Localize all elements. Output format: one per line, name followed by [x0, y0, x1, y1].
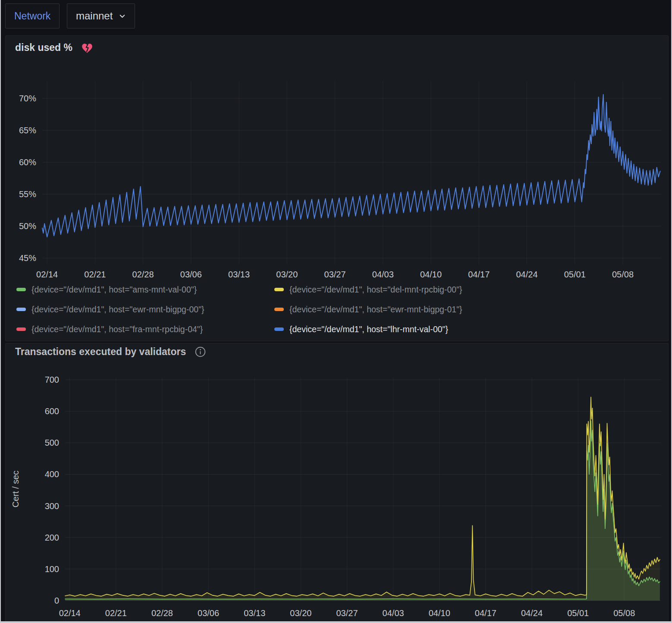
x-axis-tick-label: 04/03 [372, 270, 394, 279]
x-axis-tick-label: 05/01 [567, 608, 589, 618]
y-axis-tick-label: 400 [45, 469, 59, 479]
y-axis-tick-label: 45% [19, 253, 36, 263]
x-axis-tick-label: 03/13 [228, 270, 250, 279]
legend-label[interactable]: {device="/dev/md1", host="lhr-mnt-val-00… [289, 324, 448, 334]
legend-swatch-icon [16, 327, 26, 331]
variable-label: Network [14, 10, 50, 22]
y-axis-tick-label: 55% [19, 189, 36, 199]
x-axis-tick-label: 04/10 [429, 608, 450, 618]
dashboard-topbar: Network mainnet [1, 0, 671, 34]
x-axis-tick-label: 02/21 [84, 270, 106, 279]
x-axis-tick-label: 04/10 [420, 270, 442, 279]
alert-heart-broken-icon [81, 42, 93, 53]
legend-swatch-icon [274, 308, 284, 311]
y-axis-tick-label: 200 [45, 533, 59, 542]
panel-title-transactions[interactable]: Transactions executed by validators [15, 346, 186, 358]
y-axis-tick-label: 50% [19, 221, 36, 231]
y-axis-tick-label: 70% [19, 94, 36, 103]
x-axis-tick-label: 03/27 [336, 608, 358, 618]
legend-item-3[interactable]: {device="/dev/md1", host="ewr-mnt-bigpg-… [274, 305, 462, 315]
y-axis-tick-label: 300 [45, 501, 59, 511]
y-axis-tick-label: 500 [45, 438, 59, 447]
x-axis-tick-label: 02/28 [132, 270, 154, 279]
legend-label[interactable]: {device="/dev/md1", host="fra-mnt-rpcbig… [31, 324, 203, 334]
variable-label-box: Network [5, 3, 60, 28]
y-axis-tick-label: 700 [45, 375, 59, 384]
panel-tx-header: Transactions executed by validators [15, 346, 206, 358]
x-axis-tick-label: 02/14 [36, 270, 58, 279]
legend-label[interactable]: {device="/dev/md1", host="ewr-mnt-bigpg-… [289, 305, 462, 315]
x-axis-tick-label: 05/08 [612, 270, 634, 279]
panel-transactions: Transactions executed by validators 02/1… [5, 343, 669, 623]
x-axis-tick-label: 02/14 [59, 608, 81, 618]
disk-used-chart[interactable]: 02/1402/2102/2803/0603/1303/2003/2704/03… [6, 72, 669, 288]
tx-yellow-area-fill [65, 397, 660, 601]
dashboard-page: Network mainnet disk used % 02/1402/2102… [0, 0, 672, 623]
x-axis-tick-label: 03/20 [290, 608, 311, 618]
variable-value-dropdown[interactable]: mainnet [67, 3, 135, 28]
x-axis-tick-label: 04/03 [383, 608, 404, 618]
transactions-chart[interactable]: 02/1402/2102/2803/0603/1303/2003/2704/03… [6, 363, 669, 623]
x-axis-tick-label: 03/20 [276, 270, 298, 279]
x-axis-tick-label: 04/17 [468, 270, 490, 279]
legend-swatch-icon [274, 288, 284, 291]
x-axis-tick-label: 02/28 [151, 608, 173, 618]
panel-title-disk-used[interactable]: disk used % [15, 42, 72, 53]
x-axis-tick-label: 05/01 [564, 270, 586, 279]
tx-green-line [65, 421, 660, 599]
legend-item-2[interactable]: {device="/dev/md1", host="ewr-mnt-bigpg-… [16, 305, 274, 315]
x-axis-tick-label: 03/13 [244, 608, 265, 618]
legend-swatch-icon [16, 288, 26, 291]
x-axis-tick-label: 04/24 [516, 270, 537, 279]
legend-item-4[interactable]: {device="/dev/md1", host="fra-mnt-rpcbig… [16, 324, 274, 334]
y-axis-tick-label: 60% [19, 157, 36, 167]
variable-value[interactable]: mainnet [76, 10, 113, 22]
panel-disk-used: disk used % 02/1402/2102/2803/0603/1303/… [5, 35, 669, 341]
legend-label[interactable]: {device="/dev/md1", host="ewr-mnt-bigpg-… [31, 305, 204, 315]
legend-swatch-icon [16, 308, 26, 311]
legend-item-1[interactable]: {device="/dev/md1", host="del-mnt-rpcbig… [274, 285, 462, 295]
tx-green-area-fill [65, 421, 660, 601]
tx-yellow-line [65, 397, 660, 596]
y-axis-label: Cert / sec [11, 471, 20, 508]
x-axis-tick-label: 04/17 [475, 608, 496, 618]
disk-legend: {device="/dev/md1", host="ams-mnt-val-00… [16, 280, 462, 339]
legend-label[interactable]: {device="/dev/md1", host="ams-mnt-val-00… [31, 285, 197, 295]
x-axis-tick-label: 04/24 [521, 608, 543, 618]
legend-item-5[interactable]: {device="/dev/md1", host="lhr-mnt-val-00… [274, 324, 462, 334]
y-axis-tick-label: 600 [45, 406, 59, 416]
lhr-mnt-val-00-line [42, 94, 660, 237]
y-axis-tick-label: 65% [19, 126, 36, 135]
legend-swatch-icon [274, 327, 284, 331]
x-axis-tick-label: 02/21 [105, 608, 127, 618]
x-axis-tick-label: 03/06 [180, 270, 202, 279]
y-axis-tick-label: 0 [54, 596, 59, 605]
panel-disk-header: disk used % [15, 42, 93, 53]
y-axis-tick-label: 100 [45, 564, 59, 574]
info-icon[interactable] [195, 346, 206, 358]
x-axis-tick-label: 03/27 [324, 270, 346, 279]
legend-label[interactable]: {device="/dev/md1", host="del-mnt-rpcbig… [289, 285, 462, 295]
legend-item-0[interactable]: {device="/dev/md1", host="ams-mnt-val-00… [16, 285, 274, 295]
chevron-down-icon [119, 13, 126, 20]
x-axis-tick-label: 03/06 [198, 608, 219, 618]
x-axis-tick-label: 05/08 [613, 608, 635, 618]
